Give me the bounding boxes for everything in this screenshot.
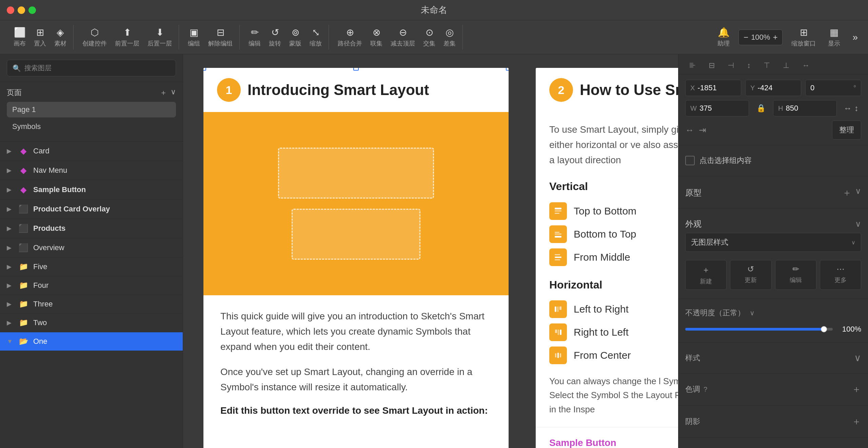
h-field[interactable]: H 850 [773, 100, 837, 116]
page-item-symbols[interactable]: Symbols [7, 119, 176, 134]
ungroup-tool[interactable]: ⊟ 解除编组 [205, 25, 236, 50]
insert-icon: ⊞ [36, 27, 44, 38]
layer-item-products[interactable]: ▶ ⬛ Products [0, 219, 183, 238]
page-item-page1[interactable]: Page 1 [7, 102, 176, 117]
y-label: Y [750, 84, 755, 92]
h-value: 850 [786, 104, 832, 113]
svg-rect-6 [555, 257, 561, 258]
layer-name-three: Three [33, 300, 176, 309]
update-icon: ↺ [747, 264, 754, 274]
search-icon: 🔍 [13, 64, 21, 72]
opacity-slider[interactable] [685, 328, 833, 331]
link-tool[interactable]: ⊗ 联集 [367, 25, 386, 50]
style-dropdown-icon: ∨ [851, 239, 855, 246]
prototype-add-btn[interactable]: ＋ [842, 186, 852, 199]
flip-h-icon[interactable]: ↔ [844, 104, 852, 113]
align-tab-5[interactable]: ⊤ [758, 58, 775, 74]
x-field[interactable]: X -1851 [685, 80, 741, 96]
vertical-title: Vertical [549, 178, 678, 195]
align-tab-3[interactable]: ⊣ [722, 58, 739, 74]
select-content-checkbox[interactable] [685, 156, 695, 165]
zoom-plus[interactable]: + [773, 33, 777, 42]
maximize-button[interactable] [28, 6, 36, 14]
assistant-tool[interactable]: 🔔 助理 [714, 25, 733, 50]
lock-icon[interactable]: 🔒 [753, 100, 769, 116]
y-field[interactable]: Y -424 [745, 80, 801, 96]
subtract-tool[interactable]: ⊖ 减去顶层 [387, 25, 418, 50]
layer-item-sample-button[interactable]: ▶ ◆ Sample Button [0, 180, 183, 200]
search-input[interactable]: 🔍 搜索图层 [7, 60, 176, 76]
layer-item-overview[interactable]: ▶ ⬛ Overview [0, 238, 183, 258]
appearance-toggle[interactable]: ∨ [855, 219, 861, 229]
w-field[interactable]: W 375 [685, 100, 749, 116]
rotate-tool[interactable]: ↺ 旋转 [265, 25, 284, 50]
assets-icon: ◈ [57, 27, 64, 38]
minimize-button[interactable] [18, 6, 25, 14]
angle-field[interactable]: 0 ° [805, 80, 861, 96]
intersect-tool[interactable]: ⊙ 交集 [420, 25, 439, 50]
prototype-toggle[interactable]: ∨ [855, 186, 861, 199]
flip-v-icon[interactable]: ↕ [854, 104, 859, 113]
backward-tool[interactable]: ⬇ 后置一层 [144, 25, 175, 50]
group-tool[interactable]: ▣ 编组 [184, 25, 203, 50]
card2-content: To use Smart Layout, simply give it eith… [536, 112, 678, 427]
collapse-tool[interactable]: ⊞ 缩放窗口 [788, 25, 819, 50]
tint-add-btn[interactable]: ＋ [852, 383, 861, 396]
selection-handle-tr[interactable] [506, 68, 509, 71]
layer-item-three[interactable]: ▶ 📁 Three [0, 295, 183, 314]
mask-tool[interactable]: ⊚ 蒙版 [286, 25, 305, 50]
align-tab-1[interactable]: ⊪ [684, 58, 701, 74]
selection-handle-tl[interactable] [203, 68, 206, 71]
shadow-add-btn[interactable]: ＋ [852, 415, 861, 428]
path-merge-tool[interactable]: ⊕ 路径合并 [334, 25, 366, 50]
backward-label: 后置一层 [147, 39, 172, 48]
style-selector[interactable]: 无图层样式 ∨ [685, 233, 861, 252]
zoom-control[interactable]: − 100% + [738, 30, 783, 45]
canvas-area[interactable]: 1 Introducing Smart Layout This quick gu… [183, 54, 678, 448]
add-style-button[interactable]: ＋ 新建 [685, 260, 727, 290]
link-icon[interactable]: ↔ [685, 125, 694, 135]
canvas-tool[interactable]: ⬜ 画布 [10, 25, 29, 50]
selection-handle-tm[interactable] [353, 68, 359, 71]
layer-item-four[interactable]: ▶ 📁 Four [0, 276, 183, 295]
tidy-button[interactable]: 整理 [832, 120, 861, 139]
update-style-button[interactable]: ↺ 更新 [730, 260, 771, 290]
edit-style-button[interactable]: ✏ 编辑 [775, 260, 816, 290]
difference-tool[interactable]: ◎ 差集 [440, 25, 459, 50]
layer-item-one[interactable]: ▼ 📂 One [0, 332, 183, 351]
style-add-btn[interactable]: ∨ [854, 352, 861, 363]
distribute-icon[interactable]: ⇥ [699, 125, 706, 135]
opacity-dropdown-icon[interactable]: ∨ [750, 309, 755, 317]
zoom-minus[interactable]: − [744, 33, 748, 42]
layer-item-product-overlay[interactable]: ▶ ⬛ Product Card Overlay [0, 200, 183, 219]
opacity-thumb[interactable] [821, 326, 827, 332]
more-style-button[interactable]: ⋯ 更多 [820, 260, 861, 290]
card2-header: 2 How to Use Sm [536, 68, 678, 112]
layer-item-two[interactable]: ▶ 📁 Two [0, 314, 183, 332]
artboard-card-1[interactable]: 1 Introducing Smart Layout This quick gu… [203, 68, 509, 448]
close-button[interactable] [7, 6, 14, 14]
create-icon: ⬡ [91, 27, 99, 38]
pages-chevron[interactable]: ∨ [171, 88, 176, 98]
align-tab-6[interactable]: ⊥ [777, 58, 795, 74]
scale-tool[interactable]: ⤡ 缩放 [306, 25, 325, 50]
layer-item-navmenu[interactable]: ▶ ◆ Nav Menu [0, 161, 183, 180]
edit-tool[interactable]: ✏ 编辑 [245, 25, 264, 50]
artboard-card-2[interactable]: 2 How to Use Sm To use Smart Layout, sim… [536, 68, 678, 448]
forward-tool[interactable]: ⬆ 前置一层 [112, 25, 143, 50]
more-tool[interactable]: » [849, 30, 861, 45]
expand-icon-productoverlay: ▶ [7, 205, 14, 213]
align-tab-7[interactable]: ↔ [797, 58, 815, 74]
assets-tool[interactable]: ◈ 素材 [51, 25, 70, 50]
group-label: 编组 [188, 39, 200, 48]
align-tab-4[interactable]: ↕ [742, 58, 756, 74]
path-merge-icon: ⊕ [346, 27, 354, 38]
add-page-button[interactable]: ＋ [160, 88, 167, 98]
display-tool[interactable]: ▦ 显示 [825, 25, 844, 50]
insert-tool[interactable]: ⊞ 置入 [31, 25, 50, 50]
edit-label: 编辑 [249, 39, 261, 48]
layer-item-card[interactable]: ▶ ◆ Card [0, 142, 183, 161]
align-tab-2[interactable]: ⊟ [703, 58, 720, 74]
layer-item-five[interactable]: ▶ 📁 Five [0, 258, 183, 276]
create-control-tool[interactable]: ⬡ 创建控件 [79, 25, 110, 50]
